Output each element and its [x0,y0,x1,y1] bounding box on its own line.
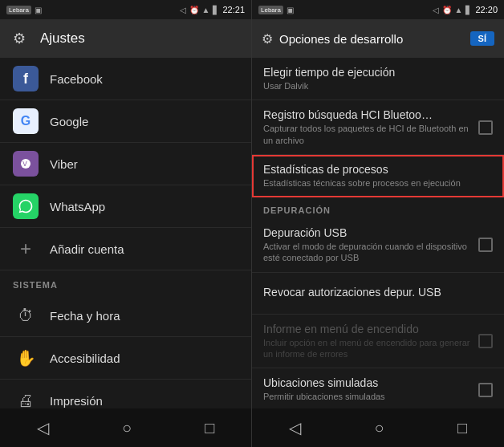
menu-item-google[interactable]: G Google [0,100,251,143]
left-clock-icon: ⏰ [189,6,199,14]
right-home-button[interactable]: ○ [355,412,403,444]
estadisticas-title: Estadísticas de procesos [263,163,493,176]
depuracion-label: DEPURACIÓN [263,205,331,215]
add-icon: + [13,236,39,262]
bluetooth-title: Registro búsqueda HCI Bluetoo… [263,108,472,121]
menu-item-accesibilidad[interactable]: ✋ Accesibilidad [0,337,251,380]
ubicaciones-title: Ubicaciones simuladas [263,376,472,389]
right-signal-icon: ▋ [465,6,472,14]
left-gear-icon: ⚙ [13,30,30,47]
left-operator: Lebara [6,6,31,14]
google-icon: G [13,108,39,134]
ejecucion-content: Elegir tiempo de ejecución Usar Dalvik [263,66,493,91]
right-header-left: ⚙ Opciones de desarrollo [262,31,403,47]
facebook-label: Facebook [50,72,103,86]
ejecucion-subtitle: Usar Dalvik [263,80,493,91]
sistema-label: SISTEMA [13,280,58,290]
estadisticas-content: Estadísticas de procesos Estadísticas té… [263,163,493,189]
settings-item-ejecucion[interactable]: Elegir tiempo de ejecución Usar Dalvik [252,58,504,100]
bluetooth-content: Registro búsqueda HCI Bluetoo… Capturar … [263,108,472,146]
right-phone-icon: ◁ [433,6,439,14]
right-screen-header: ⚙ Opciones de desarrollo SÍ [252,19,504,58]
usb-title: Depuración USB [263,226,472,239]
right-status-right: ◁ ⏰ ▲ ▋ 22:20 [433,5,498,14]
left-status-right: ◁ ⏰ ▲ ▋ 22:21 [180,5,245,14]
left-home-button[interactable]: ○ [103,412,151,444]
toggle-button[interactable]: SÍ [470,31,494,46]
menu-item-facebook[interactable]: f Facebook [0,58,251,100]
settings-item-revocar[interactable]: Revocar autorizaciones depur. USB [252,273,504,315]
google-label: Google [50,115,88,128]
settings-item-usb[interactable]: Depuración USB Activar el modo de depura… [252,218,504,273]
right-header-title: Opciones de desarrollo [279,32,403,46]
left-phone-icon: ◁ [180,6,186,14]
ubicaciones-checkbox[interactable] [478,383,493,397]
right-gear-icon: ⚙ [262,31,273,47]
right-sim-icon: ▣ [287,6,294,14]
add-account-label: Añadir cuenta [50,242,124,256]
right-clock-icon: ⏰ [442,6,452,14]
whatsapp-icon [13,193,39,219]
accessibility-icon: ✋ [13,345,39,371]
menu-item-whatsapp[interactable]: WhatsApp [0,185,251,228]
informe-subtitle: Incluir opción en el menú de encendido p… [263,337,472,360]
right-wifi-icon: ▲ [455,6,463,14]
informe-content: Informe en menú de encendido Incluir opc… [263,323,472,360]
left-wifi-icon: ▲ [202,6,210,14]
menu-item-fecha[interactable]: ⏱ Fecha y hora [0,295,251,337]
usb-subtitle: Activar el modo de depuración cuando el … [263,241,472,264]
estadisticas-subtitle: Estadísticas técnicas sobre procesos en … [263,177,493,189]
left-signal-icon: ▋ [213,6,219,14]
print-icon: 🖨 [13,388,39,408]
settings-item-bluetooth[interactable]: Registro búsqueda HCI Bluetoo… Capturar … [252,100,504,155]
facebook-icon: f [13,66,39,91]
menu-item-add-account[interactable]: + Añadir cuenta [0,228,251,270]
viber-icon: V [13,151,39,177]
revocar-content: Revocar autorizaciones depur. USB [263,286,493,300]
bluetooth-subtitle: Capturar todos los paquetes de HCI de Bl… [263,123,472,146]
left-header-title: Ajustes [40,30,85,47]
viber-label: Viber [50,157,78,171]
usb-checkbox[interactable] [478,238,493,252]
left-status-bar: Lebara ▣ ◁ ⏰ ▲ ▋ 22:21 [0,0,251,19]
settings-item-informe[interactable]: Informe en menú de encendido Incluir opc… [252,315,504,369]
left-screen-header: ⚙ Ajustes [0,19,251,58]
ubicaciones-subtitle: Permitir ubicaciones simuladas [263,391,472,402]
whatsapp-label: WhatsApp [50,200,105,213]
left-recent-button[interactable]: □ [185,412,234,444]
svg-text:V: V [22,161,27,168]
right-operator: Lebara [258,6,283,14]
menu-item-viber[interactable]: V Viber [0,143,251,185]
impresion-label: Impresión [50,394,103,408]
ejecucion-title: Elegir tiempo de ejecución [263,66,493,79]
right-status-left: Lebara ▣ [258,6,294,14]
sistema-section-header: SISTEMA [0,270,251,295]
left-back-button[interactable]: ◁ [18,412,68,444]
depuracion-section: DEPURACIÓN [252,197,504,218]
usb-content: Depuración USB Activar el modo de depura… [263,226,472,264]
left-panel: Lebara ▣ ◁ ⏰ ▲ ▋ 22:21 ⚙ Ajustes f Faceb… [0,0,252,447]
right-back-button[interactable]: ◁ [270,412,320,444]
revocar-title: Revocar autorizaciones depur. USB [263,286,493,299]
right-time: 22:20 [475,5,498,14]
accesibilidad-label: Accesibilidad [50,352,120,365]
right-nav-bar: ◁ ○ □ [252,408,504,447]
right-status-bar: Lebara ▣ ◁ ⏰ ▲ ▋ 22:20 [252,0,504,19]
informe-title: Informe en menú de encendido [263,323,472,335]
date-icon: ⏱ [13,303,39,328]
left-menu-list: f Facebook G Google V Viber WhatsApp + A… [0,58,251,408]
right-settings-list: Elegir tiempo de ejecución Usar Dalvik R… [252,58,504,408]
bluetooth-checkbox[interactable] [478,120,493,135]
fecha-label: Fecha y hora [50,309,120,323]
right-recent-button[interactable]: □ [438,412,486,444]
left-sim-icon: ▣ [35,6,42,14]
ubicaciones-content: Ubicaciones simuladas Permitir ubicacion… [263,376,472,402]
menu-item-impresion[interactable]: 🖨 Impresión [0,380,251,408]
right-panel: Lebara ▣ ◁ ⏰ ▲ ▋ 22:20 ⚙ Opciones de des… [252,0,504,447]
left-status-left: Lebara ▣ [6,6,42,14]
left-nav-bar: ◁ ○ □ [0,408,251,447]
left-time: 22:21 [222,5,245,14]
informe-checkbox[interactable] [478,334,493,348]
settings-item-ubicaciones[interactable]: Ubicaciones simuladas Permitir ubicacion… [252,368,504,408]
settings-item-estadisticas[interactable]: Estadísticas de procesos Estadísticas té… [252,155,504,197]
